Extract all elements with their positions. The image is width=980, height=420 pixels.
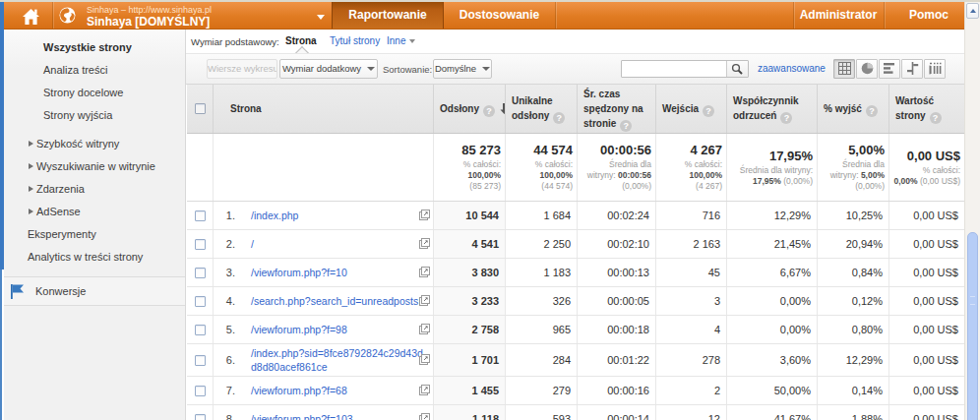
help-icon[interactable]: ? (703, 105, 714, 117)
sidebar-item-wszystkie-strony[interactable]: Wszystkie strony (4, 36, 185, 59)
sidebar-item-analiza-tre-ci[interactable]: Analiza treści (4, 59, 185, 82)
topbar-separator (555, 2, 556, 29)
summary-subtext: (85 273) (469, 181, 501, 192)
row-checkbox[interactable] (195, 239, 206, 250)
row-checkbox[interactable] (195, 296, 206, 307)
chart-rows-button[interactable]: Wiersze wykresu (207, 59, 277, 79)
tab-dostosowanie[interactable]: Dostosowanie (444, 2, 555, 29)
summary-subtext: 0,00% (0,00 US$) (893, 176, 960, 187)
table-row: 8./viewforum.php?f=1031 11859300:00:1412… (187, 405, 964, 420)
pivot-view-button[interactable] (924, 59, 946, 79)
value-cell: 2 250 (506, 230, 578, 258)
row-checkbox[interactable] (195, 355, 206, 366)
column-header: Odsłony? (434, 85, 506, 133)
pie-view-button[interactable] (856, 59, 878, 79)
help-icon[interactable]: ? (930, 112, 942, 124)
table-row: 5./viewforum.php?f=982 75896500:00:1840,… (187, 316, 964, 344)
value-cell: 0,00 US$ (889, 259, 964, 286)
advanced-link[interactable]: zaawansowane (758, 63, 826, 74)
sidebar-item-strony-wyj-cia[interactable]: Strony wyjścia (4, 104, 185, 127)
help-icon[interactable]: ? (780, 112, 792, 124)
column-header-label: stronie? (583, 116, 632, 132)
sidebar-item-eksperymenty[interactable]: Eksperymenty (4, 223, 185, 246)
page-scrollbar[interactable] (964, 2, 980, 420)
secondary-dimension-button[interactable]: Wymiar dodatkowy (279, 59, 378, 79)
open-in-new-window-icon[interactable] (419, 238, 430, 251)
page-cell: 5./viewforum.php?f=98 (214, 316, 434, 343)
page-link[interactable]: /viewforum.php?f=10 (251, 266, 347, 279)
page-link[interactable]: /viewforum.php?f=68 (251, 384, 347, 397)
help-icon[interactable]: ? (483, 105, 495, 117)
row-checkbox[interactable] (195, 386, 206, 396)
help-icon[interactable]: ? (866, 105, 878, 117)
table-row: 2./4 5412 25000:02:102 16321,45%20,94%0,… (187, 230, 964, 259)
sidebar-item-konwersje[interactable]: Konwersje (4, 276, 185, 306)
value-cell: 2 (656, 377, 727, 404)
bar-view-icon (884, 62, 896, 77)
table-row: 1./index.php10 5441 68400:02:2471612,29%… (187, 202, 964, 230)
table-row: 3./viewforum.php?f=103 8301 18300:00:134… (187, 259, 964, 287)
value-cell: 965 (506, 316, 578, 343)
row-rank: 7. (217, 385, 235, 396)
pomoc-link[interactable]: Pomoc (888, 2, 970, 29)
open-in-new-window-icon[interactable] (419, 324, 430, 336)
help-icon[interactable]: ? (620, 120, 632, 132)
row-checkbox[interactable] (195, 268, 206, 278)
page-cell: 4./search.php?search_id=unreadposts (214, 287, 434, 315)
table-view-button[interactable] (833, 59, 855, 79)
sidebar-item-szybko-witryny[interactable]: Szybkość witryny (4, 133, 185, 155)
value-cell: 3 830 (434, 259, 506, 286)
value-cell: 1,88% (818, 405, 889, 420)
summary-subtext: (4 267) (696, 181, 722, 192)
sidebar-item-adsense[interactable]: AdSense (4, 201, 185, 223)
sidebar-item-label: Eksperymenty (28, 228, 96, 240)
sidebar-item-label: Szybkość witryny (36, 138, 119, 150)
sidebar-item-label: AdSense (36, 206, 81, 217)
open-in-new-window-icon[interactable] (419, 354, 430, 367)
row-select-cell (187, 287, 214, 315)
help-icon[interactable]: ? (553, 112, 565, 124)
scrollbar-up-arrow-icon[interactable] (966, 3, 979, 19)
page-link[interactable]: /index.php?sid=8fce8792824c29d43dd8d80ac… (251, 346, 425, 374)
scrollbar-thumb[interactable] (967, 232, 978, 420)
page-link[interactable]: /search.php?search_id=unreadposts (251, 294, 418, 308)
open-in-new-window-icon[interactable] (419, 295, 430, 308)
select-all-checkbox[interactable] (195, 103, 206, 114)
open-in-new-window-icon[interactable] (419, 267, 430, 279)
sidebar-item-zdarzenia[interactable]: Zdarzenia (4, 178, 185, 201)
page-link[interactable]: /viewforum.php?f=103 (251, 412, 353, 420)
sidebar-item-analytics-w-tre-ci-strony[interactable]: Analytics w treści strony (4, 246, 185, 269)
search-input[interactable] (623, 62, 727, 76)
comparison-view-button[interactable] (901, 59, 923, 79)
summary-subtext: (0,00%) (622, 181, 651, 192)
dimension-option-strona[interactable]: Strona (285, 35, 317, 46)
home-button[interactable] (14, 5, 47, 29)
open-in-new-window-icon[interactable] (419, 385, 430, 397)
tab-raportowanie[interactable]: Raportowanie (332, 2, 444, 29)
bar-view-button[interactable] (879, 59, 900, 79)
open-in-new-window-icon[interactable] (419, 413, 430, 420)
summary-value: 85 273 (461, 143, 501, 158)
administrator-link[interactable]: Administrator (793, 2, 884, 29)
sidebar-item-strony-docelowe[interactable]: Strony docelowe (4, 82, 185, 104)
sidebar-item-label: Zdarzenia (36, 183, 85, 195)
sidebar-list: Wszystkie stronyAnaliza treściStrony doc… (4, 30, 185, 269)
dimension-option-inne[interactable]: Inne (387, 35, 415, 46)
page-link[interactable]: /index.php (251, 209, 298, 222)
sort-select[interactable]: Domyślne (433, 59, 492, 79)
row-select-cell (187, 377, 214, 404)
row-checkbox[interactable] (195, 325, 206, 335)
search-button[interactable] (726, 61, 748, 77)
sidebar-item-wyszukiwanie-w-witrynie[interactable]: Wyszukiwanie w witrynie (4, 155, 185, 178)
open-in-new-window-icon[interactable] (419, 210, 430, 222)
dimension-option-tytul-strony[interactable]: Tytuł strony (330, 35, 380, 46)
page-link[interactable]: /viewforum.php?f=98 (251, 323, 347, 336)
table-summary-row: 85 273% całości:100,00%(85 273)44 574% c… (187, 134, 964, 202)
row-rank: 1. (217, 210, 235, 221)
column-header-label: odrzuceń? (733, 108, 792, 124)
page-link[interactable]: / (251, 237, 254, 251)
row-checkbox[interactable] (195, 414, 206, 420)
row-checkbox[interactable] (195, 210, 206, 221)
column-header-label: Strona (230, 101, 262, 116)
value-cell: 0,00 US$ (889, 230, 964, 258)
